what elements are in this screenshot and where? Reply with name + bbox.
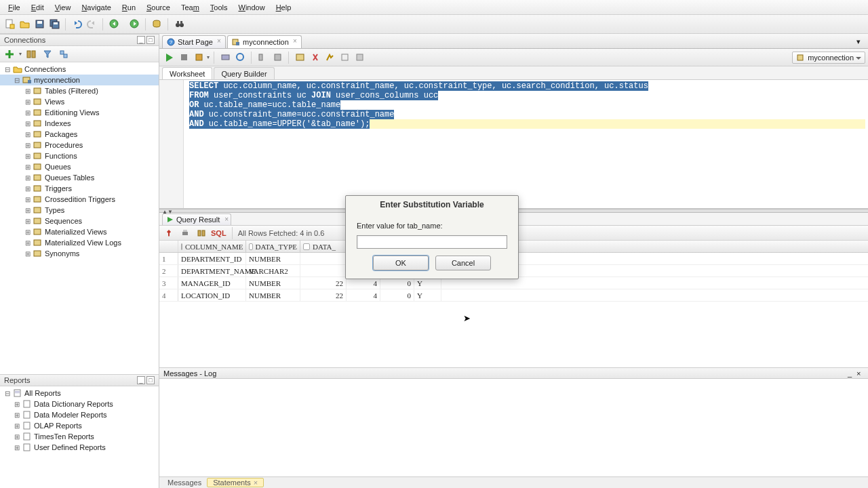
menu-tools[interactable]: Tools (205, 2, 233, 13)
column-header[interactable]: COLUMN_NAME (178, 241, 246, 252)
tree-node[interactable]: ⊞Queues (0, 161, 159, 172)
undo-icon[interactable] (70, 18, 83, 31)
tree-node[interactable]: ⊞Triggers (0, 183, 159, 194)
tree-node[interactable]: ⊞User Defined Reports (0, 442, 159, 453)
worksheet-toolbar: ▾ myconnection (159, 49, 868, 66)
forward-icon[interactable] (127, 18, 141, 31)
unshared-icon[interactable] (271, 51, 284, 64)
snippets-icon[interactable] (353, 51, 366, 64)
tree-node[interactable]: ⊞Types (0, 205, 159, 216)
tree-node[interactable]: ⊞Functions (0, 150, 159, 161)
run-icon[interactable] (162, 51, 176, 64)
panel-minimize-icon[interactable]: _ (137, 376, 145, 384)
reports-tree[interactable]: ⊟All Reports ⊞Data Dictionary Reports⊞Da… (0, 386, 159, 488)
tree-node[interactable]: ⊞Data Modeler Reports (0, 409, 159, 420)
close-icon[interactable]: × (224, 216, 229, 223)
sort-icon[interactable] (249, 243, 253, 250)
ok-button[interactable]: OK (373, 256, 429, 270)
close-icon[interactable]: × (216, 38, 222, 45)
menu-file[interactable]: File (3, 2, 26, 13)
tree-node[interactable]: ⊞Synonyms (0, 248, 159, 259)
subtab-worksheet[interactable]: Worksheet (162, 67, 212, 79)
back-icon[interactable] (107, 18, 121, 31)
binoculars-icon[interactable] (172, 18, 186, 31)
cancel-button[interactable]: Cancel (435, 256, 491, 270)
tree-node[interactable]: ⊞Tables (Filtered) (0, 85, 159, 96)
subtab-query-builder[interactable]: Query Builder (214, 67, 274, 79)
panel-minimize-icon[interactable]: _ (137, 36, 145, 44)
menu-source[interactable]: Source (141, 2, 176, 13)
close-icon[interactable]: × (292, 38, 298, 45)
panel-minimize-icon[interactable]: _ (848, 369, 855, 377)
expand-icon[interactable] (57, 47, 71, 61)
svg-rect-3 (37, 21, 42, 24)
tree-node[interactable]: ⊞Data Dictionary Reports (0, 399, 159, 409)
menu-team[interactable]: Team (176, 2, 205, 13)
svg-rect-6 (54, 22, 58, 24)
database-icon[interactable] (150, 18, 163, 31)
explain-plan-icon[interactable] (192, 51, 205, 64)
tree-node[interactable]: ⊞Procedures (0, 140, 159, 150)
tree-root-connections[interactable]: ⊟Connections (0, 64, 159, 75)
menu-view[interactable]: View (50, 2, 77, 13)
print-icon[interactable] (178, 226, 192, 240)
sort-icon[interactable] (181, 243, 182, 250)
panel-maximize-icon[interactable]: □ (146, 36, 155, 44)
redo-icon[interactable] (85, 18, 98, 31)
column-header[interactable]: DATA_TYPE (246, 241, 300, 252)
tree-node[interactable]: ⊞Crossedition Triggers (0, 194, 159, 205)
menu-window[interactable]: Window (233, 2, 271, 13)
menu-help[interactable]: Help (271, 2, 297, 13)
sql-editor[interactable]: SELECT ucc.column_name, uc.constraint_na… (159, 80, 868, 209)
tree-node[interactable]: ⊞Views (0, 96, 159, 107)
tree-node[interactable]: ⊞TimesTen Reports (0, 431, 159, 442)
refresh-icon[interactable] (195, 226, 208, 240)
new-connection-icon[interactable] (3, 47, 16, 61)
btab-messages[interactable]: Messages (162, 478, 207, 487)
close-icon[interactable]: × (254, 479, 258, 487)
sql-label[interactable]: SQL (211, 229, 226, 237)
filter-icon[interactable] (41, 47, 54, 61)
tab-start-page[interactable]: ?Start Page× (162, 35, 226, 48)
tree-node[interactable]: ⊞Indexes (0, 118, 159, 129)
rollback-icon[interactable] (256, 51, 269, 64)
tab-name-input[interactable] (357, 235, 507, 249)
refresh-connections-icon[interactable] (24, 47, 38, 61)
tree-node[interactable]: ⊞Packages (0, 129, 159, 140)
to-uppercase-icon[interactable] (338, 51, 351, 64)
column-header[interactable]: DATA_ (300, 241, 347, 252)
tab-overflow-icon[interactable]: ▾ (852, 35, 865, 48)
sql-history-icon[interactable] (293, 51, 307, 64)
format-icon[interactable] (323, 51, 336, 64)
table-row[interactable]: 4LOCATION_IDNUMBER2240Y (159, 289, 868, 302)
menu-navigate[interactable]: Navigate (76, 2, 116, 13)
sort-icon[interactable] (303, 243, 310, 250)
save-icon[interactable] (33, 18, 46, 31)
tree-node[interactable]: ⊞Sequences (0, 216, 159, 226)
menu-run[interactable]: Run (117, 2, 141, 13)
panel-close-icon[interactable]: × (856, 369, 864, 377)
tree-node[interactable]: ⊞Materialized View Logs (0, 237, 159, 248)
connection-selector[interactable]: myconnection (792, 52, 865, 64)
tree-root-reports[interactable]: ⊟All Reports (0, 388, 159, 399)
menu-edit[interactable]: Edit (26, 2, 50, 13)
run-script-icon[interactable] (177, 51, 191, 64)
clear-icon[interactable] (308, 51, 321, 64)
autotrace-icon[interactable] (218, 51, 232, 64)
connections-tree[interactable]: ⊟Connections ⊟myconnection ⊞Tables (Filt… (0, 62, 159, 374)
tree-node[interactable]: ⊞Materialized Views (0, 226, 159, 237)
open-icon[interactable] (18, 18, 31, 31)
commit-icon[interactable] (233, 51, 247, 64)
save-all-icon[interactable] (47, 18, 61, 31)
tree-node[interactable]: ⊞Editioning Views (0, 107, 159, 118)
btab-statements[interactable]: Statements× (207, 478, 264, 487)
separator (65, 18, 66, 30)
panel-maximize-icon[interactable]: □ (146, 376, 155, 384)
new-icon[interactable] (3, 18, 16, 31)
tab-myconnection[interactable]: myconnection× (227, 35, 302, 48)
pin-icon[interactable] (162, 226, 176, 240)
tree-node[interactable]: ⊞OLAP Reports (0, 420, 159, 431)
tab-query-result[interactable]: Query Result × (162, 214, 231, 225)
tree-connection-myconnection[interactable]: ⊟myconnection (0, 75, 159, 85)
tree-node[interactable]: ⊞Queues Tables (0, 172, 159, 183)
